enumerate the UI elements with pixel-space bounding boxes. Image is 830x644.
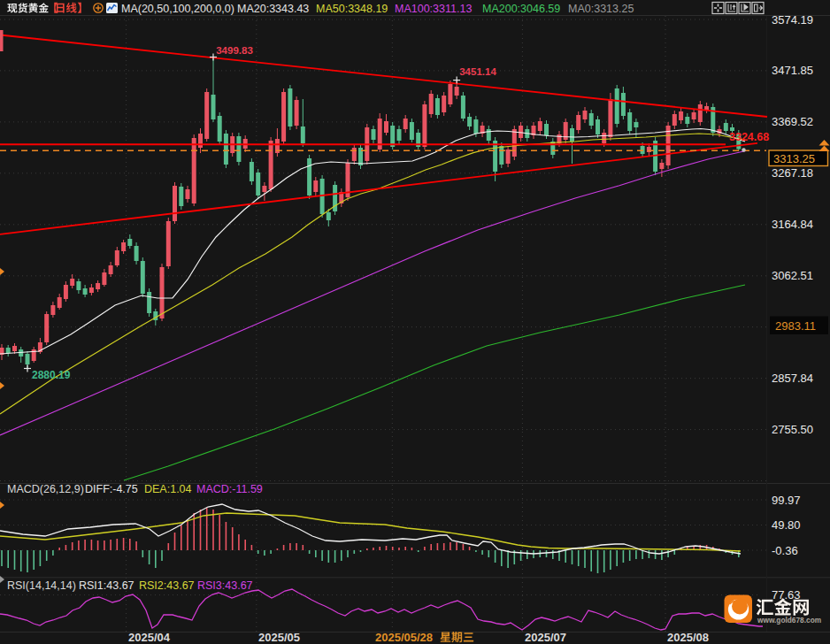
svg-text:RSI(14,14,14): RSI(14,14,14) (7, 579, 76, 592)
svg-text:MA100:3311.13: MA100:3311.13 (395, 3, 472, 15)
svg-text:2983.11: 2983.11 (775, 319, 816, 333)
svg-text:3574.19: 3574.19 (772, 13, 813, 27)
svg-text:www.gold678.com: www.gold678.com (757, 616, 821, 625)
svg-text:49.80: 49.80 (772, 518, 801, 532)
svg-text:3267.18: 3267.18 (772, 166, 813, 180)
svg-text:2025/05: 2025/05 (258, 631, 300, 644)
svg-text:3313.25: 3313.25 (773, 152, 815, 165)
svg-text:3499.83: 3499.83 (216, 45, 253, 56)
svg-text:2857.84: 2857.84 (772, 372, 813, 385)
svg-text:MA(20,50,100,200,0,0): MA(20,50,100,200,0,0) (121, 3, 234, 15)
svg-text:2025/08: 2025/08 (667, 631, 709, 644)
svg-text:2880.19: 2880.19 (32, 369, 71, 381)
svg-text:MACD:-11.59: MACD:-11.59 (196, 483, 263, 495)
svg-text:-0.36: -0.36 (772, 544, 798, 557)
svg-text:3369.52: 3369.52 (772, 115, 813, 128)
svg-text:MA50:3348.19: MA50:3348.19 (316, 3, 388, 15)
svg-text:2025/07: 2025/07 (525, 631, 566, 644)
svg-text:2755.50: 2755.50 (772, 423, 813, 436)
svg-text:3451.14: 3451.14 (459, 66, 496, 77)
svg-text:MA0:3313.25: MA0:3313.25 (568, 3, 634, 15)
svg-text:MA200:3046.59: MA200:3046.59 (482, 3, 560, 15)
svg-text:2025/04: 2025/04 (128, 631, 171, 644)
svg-text:MA20:3343.43: MA20:3343.43 (237, 3, 309, 15)
svg-text:DEA:1.04: DEA:1.04 (144, 483, 192, 495)
svg-text:RSI3:43.67: RSI3:43.67 (197, 579, 253, 592)
svg-text:99.97: 99.97 (772, 494, 801, 507)
svg-text:MACD(26,12,9): MACD(26,12,9) (7, 483, 84, 495)
svg-text:3471.85: 3471.85 (772, 64, 813, 77)
svg-text:3062.51: 3062.51 (772, 269, 813, 282)
svg-text:RSI1:43.67: RSI1:43.67 (79, 579, 134, 592)
svg-text:DIFF:-4.75: DIFF:-4.75 (85, 483, 138, 495)
svg-text:3324.68: 3324.68 (729, 131, 769, 143)
svg-text:RSI2:43.67: RSI2:43.67 (139, 579, 195, 592)
svg-text:2025/05/28: 2025/05/28 (375, 631, 433, 644)
svg-text:3164.84: 3164.84 (772, 218, 813, 231)
